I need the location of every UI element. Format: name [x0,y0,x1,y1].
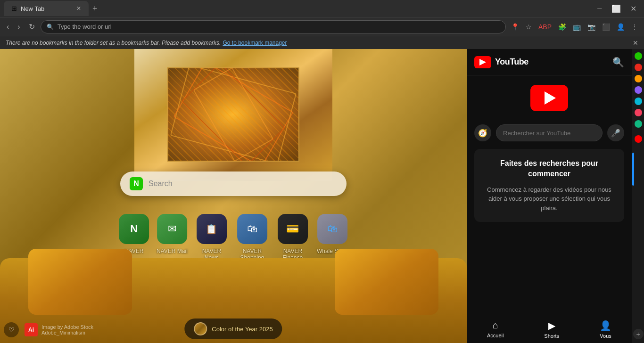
naver-search-logo: N [130,177,143,190]
tab-close-button[interactable]: ✕ [76,5,81,12]
strip-btn-6[interactable] [633,107,644,118]
color-of-year-badge[interactable]: Color of the Year 2025 [184,318,282,339]
youtube-nav-you[interactable]: 👤 Vous [592,316,619,343]
address-bar[interactable]: 🔍 Type the word or url [41,20,506,33]
refresh-button[interactable]: ↻ [26,20,38,33]
youtube-sidebar: YouTube 🔍 🧭 🎤 Faites des recherches pour… [467,49,632,343]
account-button[interactable]: 👤 [614,21,627,33]
extensions-button[interactable]: 🧩 [556,21,569,33]
maximize-button[interactable]: ⬜ [608,4,625,13]
strip-btn-1[interactable] [633,51,644,61]
new-tab-page: N Search N NAVER ✉ NAVER Mail 📋 NAVER Ne… [0,49,467,343]
strip-dot-red [635,64,642,71]
search-bar[interactable]: N Search [120,172,347,196]
color-swatch [194,322,207,335]
strip-dot-orange [635,75,642,82]
active-indicator [632,153,634,186]
youtube-logo: YouTube [474,56,528,68]
location-button[interactable]: 📍 [509,21,521,33]
youtube-nav-home[interactable]: ⌂ Accueil [479,316,511,342]
naver-shopping-icon: 🛍 [237,214,267,244]
forward-button[interactable]: › [15,21,23,33]
strip-dot-pink [635,109,642,116]
address-icon: 🔍 [47,24,54,30]
strip-btn-7[interactable] [633,119,644,129]
you-label: Vous [600,333,611,339]
whale-store-icon: 🛍 [317,214,347,244]
sidebar-button[interactable]: ⬛ [600,21,612,33]
menu-button[interactable]: ⋮ [629,21,640,33]
bookmark-manager-link[interactable]: Go to bookmark manager [223,40,287,46]
new-tab-button[interactable]: + [89,4,101,14]
bookmark-message: There are no bookmarks in the folder set… [6,40,221,46]
strip-dot-teal [635,120,642,128]
youtube-footer-nav: ⌂ Accueil ▶ Shorts 👤 Vous [467,315,632,343]
strip-dot-green [635,52,642,60]
youtube-compass-button[interactable]: 🧭 [474,124,491,141]
youtube-mic-button[interactable]: 🎤 [607,124,624,141]
youtube-header: YouTube 🔍 [467,49,632,75]
home-icon: ⌂ [493,320,498,331]
you-icon: 👤 [600,320,611,331]
sofa-cushion-left [28,249,132,315]
back-button[interactable]: ‹ [4,21,12,33]
youtube-promo-box: Faites des recherches pour commencer Com… [474,149,624,222]
adobe-badge: Ai Image by Adobe Stock Adobe_Minimalism [25,323,93,336]
sofa-cushion-right [335,249,438,315]
browser-tab[interactable]: ⊞ New Tab ✕ [4,1,89,16]
youtube-play-triangle [479,59,486,65]
youtube-play-icon [545,91,556,105]
naver-icon: N [119,214,149,244]
shorts-icon: ▶ [548,320,555,331]
youtube-play-button[interactable] [530,85,568,111]
artwork [134,49,332,181]
address-text: Type the word or url [58,23,112,30]
naver-mail-icon: ✉ [157,214,187,244]
adobe-icon: Ai [25,323,38,336]
tab-icon: ⊞ [11,5,17,12]
strip-btn-2[interactable] [633,62,644,73]
youtube-search-bar: 🧭 🎤 [467,121,632,145]
home-label: Accueil [487,333,504,338]
youtube-logo-text: YouTube [495,57,528,67]
naver-finance-icon: 💳 [278,214,308,244]
strip-dot-cyan [635,98,642,105]
youtube-play-area [467,75,632,121]
adobe-credit: Image by Adobe Stock Adobe_Minimalism [41,324,93,335]
bookmark-bar-close[interactable]: ✕ [633,39,638,47]
right-strip: + [632,49,644,343]
strip-dot-youtube [635,135,642,143]
youtube-nav-shorts[interactable]: ▶ Shorts [537,316,567,343]
youtube-promo-text: Commencez à regarder des vidéos pour nou… [484,185,615,213]
search-placeholder: Search [149,180,173,188]
strip-dot-purple [635,86,642,94]
color-of-year-text: Color of the Year 2025 [212,326,272,333]
strip-btn-4[interactable] [633,85,644,95]
tab-label: New Tab [21,5,44,12]
cast-button[interactable]: 📺 [570,21,583,33]
naver-news-icon: 📋 [197,214,227,244]
close-button[interactable]: ✕ [627,4,640,13]
screenshot-button[interactable]: 📷 [585,21,598,33]
minimize-button[interactable]: ⏤ [594,4,606,13]
strip-btn-youtube[interactable] [633,134,644,144]
shorts-label: Shorts [544,333,559,339]
youtube-logo-icon [474,56,491,68]
star-button[interactable]: ☆ [523,21,534,33]
search-container: N Search [120,172,347,196]
favorite-button[interactable]: ♡ [4,322,19,337]
youtube-search-button[interactable]: 🔍 [612,57,624,68]
strip-add-button[interactable]: + [633,329,644,339]
artwork-inner [167,67,299,162]
youtube-search-input[interactable] [496,124,603,141]
strip-btn-5[interactable] [633,96,644,106]
youtube-promo-title: Faites des recherches pour commencer [484,158,615,180]
adblock-button[interactable]: ABP [536,21,554,33]
strip-btn-3[interactable] [633,74,644,84]
